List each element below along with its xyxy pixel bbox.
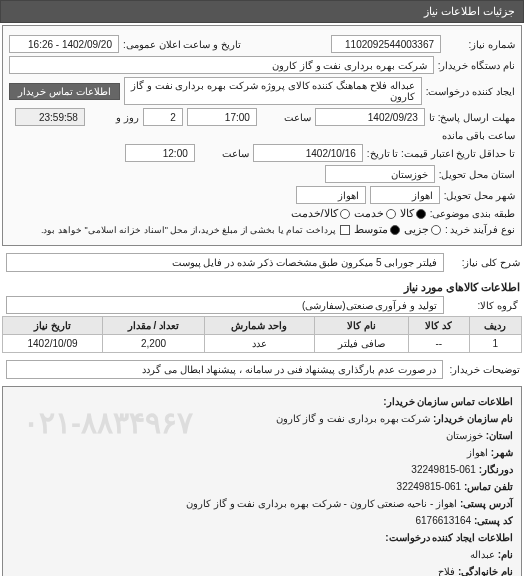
group-label: گروه کالا: xyxy=(448,300,518,311)
city-label: شهر محل تحویل: xyxy=(444,190,515,201)
buy-medium-text: متوسط xyxy=(354,223,388,236)
class-goods-text: کالا xyxy=(400,207,414,220)
page-header: جزئیات اطلاعات نیاز xyxy=(0,0,524,23)
deadline-date-field: 1402/09/23 xyxy=(315,108,425,126)
th-idx: ردیف xyxy=(469,317,521,335)
need-no-label: شماره نیاز: xyxy=(445,39,515,50)
announce-field: 1402/09/20 - 16:26 xyxy=(9,35,119,53)
watermark: ۰۲۱-۸۸۳۴۹۶۷ xyxy=(23,397,193,448)
name-label: نام: xyxy=(498,549,513,560)
tel-val: 061-32249815 xyxy=(397,481,462,492)
tel-label: تلفن تماس: xyxy=(464,481,513,492)
province-field: خوزستان xyxy=(325,165,435,183)
fax-val: 061-32249815 xyxy=(411,464,476,475)
city-field-1: اهواز xyxy=(370,186,440,204)
th-unit: واحد شمارش xyxy=(205,317,315,335)
addr-label: آدرس پستی: xyxy=(460,498,513,509)
main-form: شماره نیاز: 1102092544003367 تاریخ و ساع… xyxy=(2,25,522,246)
class-label: طبقه بندی موضوعی: xyxy=(430,208,515,219)
prov-label: استان: xyxy=(486,430,513,441)
addr-val: اهواز - ناحیه صنعتی کارون - شرکت بهره بر… xyxy=(186,498,457,509)
th-date: تاریخ نیاز xyxy=(3,317,103,335)
family-label: نام خانوادگی: xyxy=(458,566,513,576)
name-val: عبداله xyxy=(470,549,495,560)
family-val: فلاح xyxy=(438,566,455,576)
creator-label: ایجاد کننده درخواست: xyxy=(426,86,515,97)
class-both-text: کالا/خدمت xyxy=(291,207,338,220)
city-field-2: اهواز xyxy=(296,186,366,204)
remain-time-field: 23:59:58 xyxy=(15,108,85,126)
td-unit: عدد xyxy=(205,335,315,353)
buyer-note-field: در صورت عدم بارگذاری پیشنهاد فنی در ساما… xyxy=(6,360,443,379)
req-title: اطلاعات ایجاد کننده درخواست: xyxy=(385,532,513,543)
province-label: استان محل تحویل: xyxy=(439,169,515,180)
deadline-time-field: 17:00 xyxy=(187,108,257,126)
post-val: 6176613164 xyxy=(415,515,471,526)
items-title: اطلاعات کالاهای مورد نیاز xyxy=(4,281,520,294)
validity-time-field: 12:00 xyxy=(125,144,195,162)
header-title: جزئیات اطلاعات نیاز xyxy=(424,5,515,17)
validity-label: تا حداقل تاریخ اعتبار قیمت: تا تاریخ: xyxy=(367,148,515,159)
class-both-radio[interactable]: کالا/خدمت xyxy=(291,207,350,220)
org-label: نام سازمان خریدار: xyxy=(433,413,513,424)
creator-field: عبداله فلاح هماهنگ کننده کالای پروژه شرک… xyxy=(124,77,422,105)
deadline-label: مهلت ارسال پاسخ: تا xyxy=(429,112,515,123)
buyer-org-field: شرکت بهره برداری نفت و گاز کارون xyxy=(9,56,434,74)
td-qty: 2,200 xyxy=(102,335,204,353)
td-date: 1402/10/09 xyxy=(3,335,103,353)
post-label: کد پستی: xyxy=(474,515,513,526)
buyer-note-label: توضیحات خریدار: xyxy=(449,364,520,375)
announce-label: تاریخ و ساعت اعلان عمومی: xyxy=(123,39,327,50)
day-label: روز و xyxy=(89,112,139,123)
org-val: شرکت بهره برداری نفت و گاز کارون xyxy=(276,413,431,424)
buy-type-label: نوع فرآیند خرید : xyxy=(445,224,515,235)
day-count-field: 2 xyxy=(143,108,183,126)
fcity-val: اهواز xyxy=(467,447,488,458)
class-service-radio[interactable]: خدمت xyxy=(354,207,396,220)
validity-date-field: 1402/10/16 xyxy=(253,144,363,162)
buy-medium-radio[interactable]: متوسط xyxy=(354,223,400,236)
class-service-text: خدمت xyxy=(354,207,384,220)
fcity-label: شهر: xyxy=(491,447,513,458)
group-field: تولید و فرآوری صنعتی(سفارشی) xyxy=(6,296,444,314)
remain-label: ساعت باقی مانده xyxy=(442,130,515,141)
td-code: -- xyxy=(409,335,470,353)
radio-off-icon xyxy=(431,225,441,235)
items-table: ردیف کد کالا نام کالا واحد شمارش تعداد /… xyxy=(2,316,522,353)
radio-off-icon xyxy=(386,209,396,219)
buy-minor-text: جزیی xyxy=(404,223,429,236)
th-qty: تعداد / مقدار xyxy=(102,317,204,335)
footer-title: اطلاعات تماس سازمان خریدار: xyxy=(383,396,513,407)
need-no-field: 1102092544003367 xyxy=(331,35,441,53)
th-name: نام کالا xyxy=(314,317,408,335)
buy-minor-radio[interactable]: جزیی xyxy=(404,223,441,236)
desc-label: شرح کلی نیاز: xyxy=(450,257,520,268)
class-goods-radio[interactable]: کالا xyxy=(400,207,426,220)
desc-field: فیلتر جورابی 5 میکرون طبق مشخصات ذکر شده… xyxy=(6,253,444,272)
buyer-org-label: نام دستگاه خریدار: xyxy=(438,60,515,71)
contact-button[interactable]: اطلاعات تماس خریدار xyxy=(9,83,120,100)
radio-on-icon xyxy=(390,225,400,235)
buy-note: پرداخت تمام یا بخشی از مبلغ خرید،از محل … xyxy=(41,225,336,235)
prov-val: خوزستان xyxy=(446,430,483,441)
table-row: 1 -- صافی فیلتر عدد 2,200 1402/10/09 xyxy=(3,335,522,353)
fax-label: دورنگار: xyxy=(479,464,513,475)
time-label-2: ساعت xyxy=(199,148,249,159)
radio-off-icon xyxy=(340,209,350,219)
td-idx: 1 xyxy=(469,335,521,353)
treasury-checkbox[interactable] xyxy=(340,225,350,235)
checkbox-icon xyxy=(340,225,350,235)
footer-contact: ۰۲۱-۸۸۳۴۹۶۷ اطلاعات تماس سازمان خریدار: … xyxy=(2,386,522,576)
th-code: کد کالا xyxy=(409,317,470,335)
td-name: صافی فیلتر xyxy=(314,335,408,353)
time-label-1: ساعت xyxy=(261,112,311,123)
radio-on-icon xyxy=(416,209,426,219)
table-header-row: ردیف کد کالا نام کالا واحد شمارش تعداد /… xyxy=(3,317,522,335)
